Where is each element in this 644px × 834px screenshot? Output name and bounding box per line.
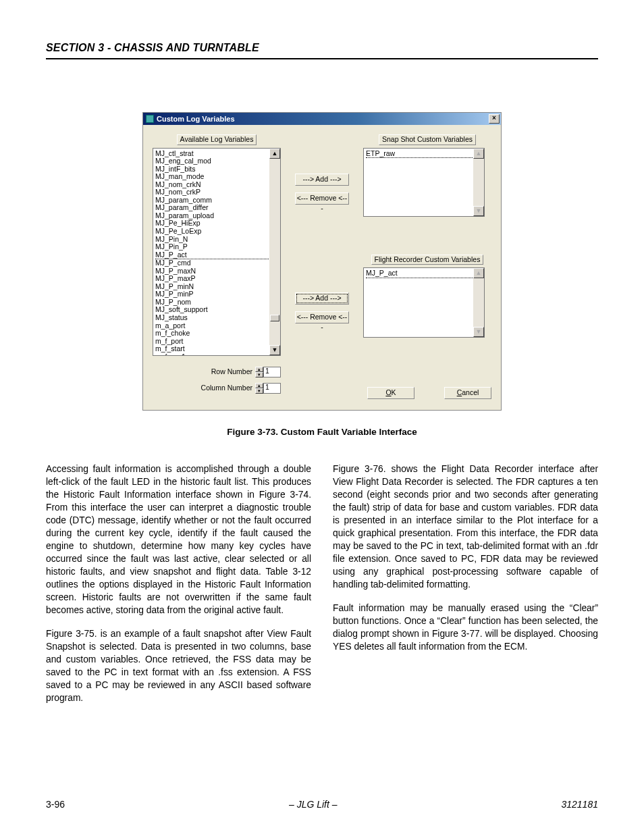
list-item[interactable]: MJ_P_act	[366, 269, 482, 278]
column-number-spinner[interactable]: ▴▾ 1	[255, 383, 281, 394]
fdr-listbox[interactable]: MJ_P_act ▲ ▼	[363, 267, 485, 338]
dialog-title: Custom Log Variables	[157, 115, 235, 123]
app-icon	[146, 115, 154, 123]
body-paragraph: Accessing fault information is accomplis…	[46, 463, 311, 617]
spin-up-icon[interactable]: ▴	[255, 383, 263, 388]
remove-snapshot-button[interactable]: <--- Remove <---	[295, 192, 349, 205]
figure-caption: Figure 3-73. Custom Fault Variable Inter…	[46, 427, 598, 437]
scroll-up-icon[interactable]: ▲	[473, 268, 484, 278]
close-button[interactable]: ×	[489, 114, 500, 124]
body-paragraph: Figure 3-76. shows the Flight Data Recor…	[333, 463, 598, 591]
snapshot-listbox[interactable]: ETP_raw ▲ ▼	[363, 148, 485, 217]
body-paragraph: Fault information may be manually erased…	[333, 602, 598, 653]
column-number-input[interactable]: 1	[263, 383, 281, 394]
list-item[interactable]: m_f_choke	[155, 330, 278, 338]
footer-center: – JLG Lift –	[289, 799, 338, 810]
row-number-spinner[interactable]: ▴▾ 1	[255, 367, 281, 377]
column-number-label: Column Number	[201, 384, 252, 392]
list-item[interactable]: m_f_vvv1	[155, 353, 278, 356]
scrollbar[interactable]: ▲ ▼	[473, 268, 484, 337]
list-item[interactable]: MJ_Pin_P	[155, 243, 278, 251]
document-number: 3121181	[561, 799, 598, 810]
fdr-label: Flight Recorder Custom Variables	[371, 255, 484, 265]
list-item[interactable]: MJ_eng_cal_mod	[155, 157, 278, 165]
snapshot-label: Snap Shot Custom Variables	[379, 134, 476, 145]
body-paragraph: Figure 3-75. is an example of a fault sn…	[46, 627, 311, 704]
list-item[interactable]: ETP_raw	[366, 150, 482, 159]
scroll-up-icon[interactable]: ▲	[473, 149, 484, 159]
remove-fdr-button[interactable]: <--- Remove <---	[295, 311, 349, 323]
scroll-down-icon[interactable]: ▼	[473, 327, 484, 337]
scrollbar[interactable]: ▲ ▼	[473, 149, 484, 216]
add-fdr-button[interactable]: ---> Add --->	[295, 292, 349, 305]
titlebar[interactable]: Custom Log Variables ×	[143, 113, 501, 125]
scroll-down-icon[interactable]: ▼	[269, 345, 280, 355]
spin-up-icon[interactable]: ▴	[255, 367, 263, 372]
spin-down-icon[interactable]: ▾	[255, 388, 263, 394]
list-item[interactable]: MJ_man_mode	[155, 173, 278, 181]
row-number-input[interactable]: 1	[263, 367, 281, 377]
available-listbox[interactable]: MJ_ctl_stratMJ_eng_cal_modMJ_intF_bitsMJ…	[153, 148, 281, 356]
scroll-up-icon[interactable]: ▲	[269, 149, 280, 159]
list-item[interactable]: MJ_Pe_LoExp	[155, 228, 278, 236]
list-item[interactable]: MJ_status	[155, 314, 278, 322]
cancel-button[interactable]: Cancel	[444, 387, 491, 399]
scroll-down-icon[interactable]: ▼	[473, 206, 484, 216]
add-snapshot-button[interactable]: ---> Add --->	[295, 174, 349, 186]
ok-button[interactable]: OK	[367, 387, 414, 399]
custom-log-dialog: Custom Log Variables × Available Log Var…	[142, 112, 502, 411]
available-label: Available Log Variables	[177, 134, 257, 145]
scroll-thumb[interactable]	[270, 315, 279, 321]
spin-down-icon[interactable]: ▾	[255, 372, 263, 377]
page-number: 3-96	[46, 799, 65, 810]
section-header: SECTION 3 - CHASSIS AND TURNTABLE	[46, 42, 598, 59]
scrollbar[interactable]: ▲ ▼	[269, 149, 280, 355]
row-number-label: Row Number	[211, 368, 252, 376]
